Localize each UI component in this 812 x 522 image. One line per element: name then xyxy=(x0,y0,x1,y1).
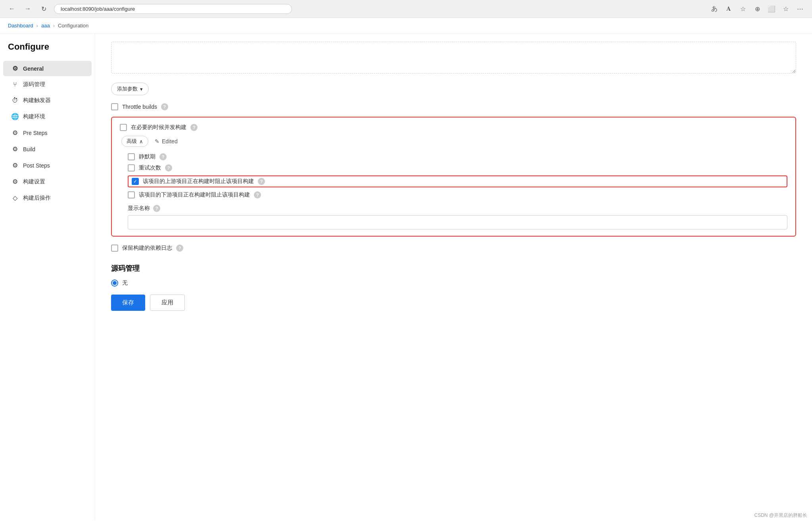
sidebar-label-trigger: 构建触发器 xyxy=(23,97,51,104)
edited-indicator: ✎ Edited xyxy=(155,138,178,144)
concurrent-section: 在必要的时候并发构建 ? 高级 ∧ ✎ Edited 静默期 xyxy=(111,117,796,237)
more-btn[interactable]: ⋯ xyxy=(795,3,806,14)
advanced-button[interactable]: 高级 ∧ xyxy=(121,136,148,147)
sidebar-label-build-settings: 构建设置 xyxy=(23,178,45,185)
back-button[interactable]: ← xyxy=(6,3,17,14)
block-downstream-help-icon[interactable]: ? xyxy=(254,191,261,198)
sidebar-label-source: 源码管理 xyxy=(23,81,45,88)
edited-text: Edited xyxy=(162,138,178,144)
forward-button[interactable]: → xyxy=(22,3,33,14)
favorites-btn[interactable]: ☆ xyxy=(737,3,749,14)
translate-btn[interactable]: あ xyxy=(709,3,720,14)
edit-pencil-icon: ✎ xyxy=(155,138,159,144)
sidebar-item-trigger[interactable]: ⏱ 构建触发器 xyxy=(3,93,92,108)
refresh-button[interactable]: ↻ xyxy=(38,3,49,14)
throttle-builds-label: Throttle builds xyxy=(122,104,157,110)
trigger-icon: ⏱ xyxy=(11,97,19,104)
sidebar-label-general: General xyxy=(23,65,44,72)
breadcrumb-sep-1: › xyxy=(36,23,38,29)
block-upstream-label: 该项目的上游项目正在构建时阻止该项目构建 xyxy=(143,178,254,185)
concurrent-build-checkbox[interactable] xyxy=(120,124,127,131)
build-icon: ⚙ xyxy=(11,145,19,153)
sidebar: Configure ⚙ General ⑂ 源码管理 ⏱ 构建触发器 🌐 构建环… xyxy=(0,34,95,520)
footer-watermark: CSDN @开黑店的胖船长 xyxy=(754,512,807,519)
sidebar-item-build[interactable]: ⚙ Build xyxy=(3,141,92,157)
block-upstream-help-icon[interactable]: ? xyxy=(258,178,265,185)
keep-builds-row: 保留构建的依赖日志 ? xyxy=(111,245,796,252)
env-icon: 🌐 xyxy=(11,113,19,120)
display-name-input[interactable] xyxy=(128,215,787,229)
pre-steps-icon: ⚙ xyxy=(11,129,19,137)
sidebar-label-post-steps: Post Steps xyxy=(23,162,50,169)
sidebar-item-build-settings[interactable]: ⚙ 构建设置 xyxy=(3,174,92,189)
favorites-bar-btn[interactable]: ☆ xyxy=(780,3,791,14)
source-none-row: 无 xyxy=(111,279,796,287)
quiet-period-label: 静默期 xyxy=(139,153,155,160)
add-params-label: 添加参数 xyxy=(117,85,138,92)
throttle-help-icon[interactable]: ? xyxy=(161,103,168,110)
action-buttons: 保存 应用 xyxy=(111,295,796,311)
quiet-period-row: 静默期 ? xyxy=(128,153,787,160)
read-mode-btn[interactable]: 𝐀 xyxy=(723,3,734,14)
keep-builds-label: 保留构建的依赖日志 xyxy=(122,245,172,252)
block-upstream-checkbox[interactable] xyxy=(132,178,139,185)
gear-icon: ⚙ xyxy=(11,65,19,72)
config-textarea[interactable] xyxy=(111,42,796,73)
throttle-builds-row: Throttle builds ? xyxy=(111,103,796,110)
sidebar-item-source[interactable]: ⑂ 源码管理 xyxy=(3,77,92,92)
advanced-label: 高级 xyxy=(127,138,137,145)
sidebar-item-post-build[interactable]: ◇ 构建后操作 xyxy=(3,190,92,206)
advanced-row: 高级 ∧ ✎ Edited xyxy=(120,136,787,147)
browser-chrome: ← → ↻ localhost:8090/job/aaa/configure あ… xyxy=(0,0,812,18)
chevron-up-icon: ∧ xyxy=(139,139,143,144)
extensions-btn[interactable]: ⊕ xyxy=(752,3,763,14)
post-build-icon: ◇ xyxy=(11,194,19,202)
sidebar-item-post-steps[interactable]: ⚙ Post Steps xyxy=(3,158,92,173)
source-management-title: 源码管理 xyxy=(111,264,796,273)
sidebar-label-pre-steps: Pre Steps xyxy=(23,130,47,136)
concurrent-build-row: 在必要的时候并发构建 ? xyxy=(120,124,787,131)
add-params-button[interactable]: 添加参数 ▾ xyxy=(111,83,149,95)
sidebar-item-env[interactable]: 🌐 构建环境 xyxy=(3,109,92,124)
source-none-radio[interactable] xyxy=(111,279,118,287)
sub-checkboxes: 静默期 ? 重试次数 ? 该项目的上游项目正在构建时阻止该项目构建 ? xyxy=(120,153,787,229)
breadcrumb-dashboard[interactable]: Dashboard xyxy=(8,23,33,29)
display-name-label-row: 显示名称 ? xyxy=(128,205,787,212)
source-none-label: 无 xyxy=(122,279,128,287)
retry-count-label: 重试次数 xyxy=(139,164,161,171)
post-steps-icon: ⚙ xyxy=(11,162,19,169)
split-view-btn[interactable]: ⬜ xyxy=(766,3,777,14)
keep-builds-checkbox[interactable] xyxy=(111,245,118,252)
source-icon: ⑂ xyxy=(11,81,19,88)
throttle-builds-checkbox[interactable] xyxy=(111,103,118,110)
sidebar-title: Configure xyxy=(0,42,95,60)
address-bar[interactable]: localhost:8090/job/aaa/configure xyxy=(54,4,292,14)
display-name-section: 显示名称 ? xyxy=(128,205,787,229)
apply-button[interactable]: 应用 xyxy=(150,295,185,311)
sidebar-label-env: 构建环境 xyxy=(23,113,45,120)
sidebar-item-general[interactable]: ⚙ General xyxy=(3,61,92,76)
quiet-period-help-icon[interactable]: ? xyxy=(159,153,167,160)
block-downstream-label: 该项目的下游项目正在构建时阻止该项目构建 xyxy=(139,191,250,198)
sidebar-item-pre-steps[interactable]: ⚙ Pre Steps xyxy=(3,125,92,141)
keep-builds-help-icon[interactable]: ? xyxy=(176,245,183,252)
save-button[interactable]: 保存 xyxy=(111,295,145,311)
sidebar-label-build: Build xyxy=(23,146,35,152)
concurrent-build-label: 在必要的时候并发构建 xyxy=(131,124,186,131)
main-layout: Configure ⚙ General ⑂ 源码管理 ⏱ 构建触发器 🌐 构建环… xyxy=(0,34,812,520)
chevron-down-icon: ▾ xyxy=(140,86,143,92)
block-downstream-checkbox[interactable] xyxy=(128,191,135,198)
display-name-help-icon[interactable]: ? xyxy=(153,205,160,212)
build-settings-icon: ⚙ xyxy=(11,178,19,185)
concurrent-help-icon[interactable]: ? xyxy=(190,124,198,131)
textarea-section xyxy=(111,42,796,75)
retry-count-checkbox[interactable] xyxy=(128,164,135,171)
block-downstream-row: 该项目的下游项目正在构建时阻止该项目构建 ? xyxy=(128,191,787,198)
sidebar-label-post-build: 构建后操作 xyxy=(23,195,51,202)
retry-count-help-icon[interactable]: ? xyxy=(165,164,172,171)
source-management-section: 源码管理 无 xyxy=(111,264,796,287)
breadcrumb-sep-2: › xyxy=(53,23,55,29)
quiet-period-checkbox[interactable] xyxy=(128,153,135,160)
breadcrumb-aaa[interactable]: aaa xyxy=(41,23,50,29)
breadcrumb-current: Configuration xyxy=(58,23,88,29)
